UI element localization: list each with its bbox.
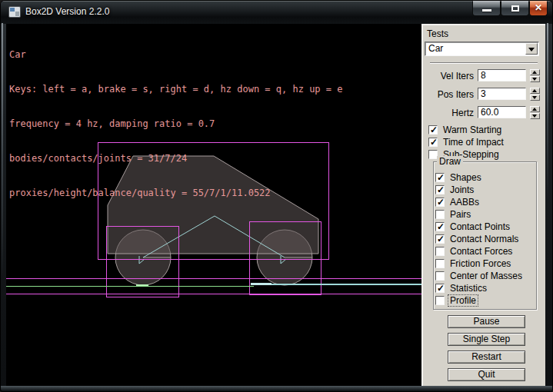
restart-button[interactable]: Restart <box>448 350 525 364</box>
tests-label: Tests <box>427 28 448 39</box>
vel-iters-up-button[interactable] <box>530 69 540 75</box>
warm-starting-label: Warm Starting <box>441 125 503 135</box>
draw-groupbox-title: Draw <box>437 156 463 167</box>
single-step-button[interactable]: Single Step <box>448 333 525 346</box>
window-title: Box2D Version 2.2.0 <box>25 6 109 17</box>
profile-checkbox[interactable] <box>435 296 445 305</box>
hertz-input[interactable] <box>478 106 526 118</box>
time-of-impact-label: Time of Impact <box>441 137 505 148</box>
hertz-spinner <box>530 106 540 119</box>
checkbox-row-contact-forces[interactable]: Contact Forces <box>435 246 514 257</box>
contact-points-label: Contact Points <box>448 221 511 232</box>
simulation-canvas[interactable]: Car Keys: left = a, brake = s, right = d… <box>6 24 421 387</box>
checkbox-row-contact-normals[interactable]: Contact Normals <box>435 234 520 244</box>
checkbox-row-profile[interactable]: Profile <box>435 295 478 306</box>
hertz-up-button[interactable] <box>530 106 540 112</box>
close-button[interactable]: ✕ <box>529 1 548 16</box>
vel-iters-input[interactable] <box>478 69 526 81</box>
contact-normals-label: Contact Normals <box>448 234 520 244</box>
shapes-label: Shapes <box>448 172 483 183</box>
vel-iters-down-button[interactable] <box>530 76 540 82</box>
aabbs-checkbox[interactable] <box>435 198 445 207</box>
checkbox-row-statistics[interactable]: Statistics <box>435 283 488 294</box>
joints-label: Joints <box>448 184 475 195</box>
test-select-value: Car <box>428 43 443 55</box>
checkbox-row-shapes[interactable]: Shapes <box>435 172 483 183</box>
quit-button[interactable]: Quit <box>448 368 525 381</box>
titlebar[interactable]: Box2D Version 2.2.0 ✕ <box>1 1 553 24</box>
checkbox-row-warm-starting[interactable]: Warm Starting <box>428 125 503 135</box>
shapes-checkbox[interactable] <box>435 173 445 182</box>
contact-normals-checkbox[interactable] <box>435 234 445 244</box>
stats-text: Car Keys: left = a, brake = s, right = d… <box>9 26 342 222</box>
maximize-button[interactable] <box>501 1 529 16</box>
checkbox-row-aabbs[interactable]: AABBs <box>435 197 481 208</box>
stats-line-frequency: frequency = 4 hz, damping ratio = 0.7 <box>9 118 342 130</box>
statistics-checkbox[interactable] <box>435 284 445 293</box>
minimize-button[interactable] <box>472 1 501 16</box>
vel-iters-label: Vel Iters <box>423 71 474 81</box>
checkbox-row-contact-points[interactable]: Contact Points <box>435 221 511 232</box>
checkbox-row-joints[interactable]: Joints <box>435 184 475 195</box>
contact-points-checkbox[interactable] <box>435 222 445 231</box>
frame-highlight-left <box>2 23 3 277</box>
close-icon: ✕ <box>530 2 547 13</box>
hertz-down-button[interactable] <box>530 113 540 119</box>
test-select-dropdown[interactable]: Car <box>425 42 539 56</box>
stats-line-proxies: proxies/height/balance/quality = 55/7/1/… <box>9 188 342 199</box>
stats-line-test-name: Car <box>9 49 342 61</box>
dropdown-arrow-button[interactable] <box>525 43 538 55</box>
app-icon[interactable] <box>8 6 21 18</box>
hertz-label: Hertz <box>423 108 474 118</box>
control-panel: Tests Car Vel Iters Pos Iters Hertz War <box>421 24 545 387</box>
maximize-icon <box>511 5 519 12</box>
pairs-label: Pairs <box>448 209 472 220</box>
checkbox-row-time-of-impact[interactable]: Time of Impact <box>428 137 505 148</box>
profile-label: Profile <box>448 295 478 306</box>
aabbs-label: AABBs <box>448 197 481 208</box>
contact-forces-checkbox[interactable] <box>435 247 445 256</box>
frame-highlight-right <box>547 23 548 200</box>
minimize-icon <box>482 9 491 12</box>
friction-forces-label: Friction Forces <box>448 258 512 269</box>
stats-line-bodies: bodies/contacts/joints = 31/7/24 <box>9 153 342 164</box>
window-controls: ✕ <box>472 1 548 16</box>
center-of-masses-label: Center of Masses <box>448 271 524 281</box>
vel-iters-spinner <box>530 69 540 82</box>
checkbox-row-friction-forces[interactable]: Friction Forces <box>435 258 512 269</box>
checkbox-row-pairs[interactable]: Pairs <box>435 209 472 220</box>
pos-iters-label: Pos Iters <box>423 89 474 100</box>
app-window: Box2D Version 2.2.0 ✕ <box>0 0 553 392</box>
warm-starting-checkbox[interactable] <box>428 125 438 135</box>
joints-checkbox[interactable] <box>435 185 445 194</box>
window-bottom-frame <box>1 386 553 391</box>
time-of-impact-checkbox[interactable] <box>428 138 438 147</box>
pos-iters-up-button[interactable] <box>530 88 540 94</box>
pairs-checkbox[interactable] <box>435 210 445 219</box>
stats-line-keys: Keys: left = a, brake = s, right = d, hz… <box>9 84 342 95</box>
center-of-masses-checkbox[interactable] <box>435 271 445 281</box>
friction-forces-checkbox[interactable] <box>435 259 445 268</box>
pos-iters-input[interactable] <box>478 88 526 100</box>
statistics-label: Statistics <box>448 283 488 294</box>
contact-forces-label: Contact Forces <box>448 246 514 257</box>
pos-iters-down-button[interactable] <box>530 95 540 101</box>
pos-iters-spinner <box>530 88 540 101</box>
pause-button[interactable]: Pause <box>448 315 525 328</box>
checkbox-row-center-of-masses[interactable]: Center of Masses <box>435 271 524 281</box>
separator <box>430 62 538 64</box>
